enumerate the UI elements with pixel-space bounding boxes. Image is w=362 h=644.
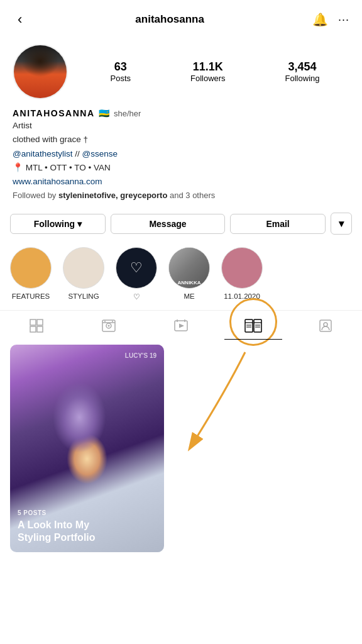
svg-point-6 — [107, 325, 109, 327]
bio-tagline: clothed with grace † — [13, 133, 349, 146]
highlight-label-me: ME — [184, 292, 194, 300]
highlight-features[interactable]: FEATURES — [10, 247, 52, 301]
highlight-circle-styling — [63, 247, 104, 289]
highlight-circle-date — [221, 247, 263, 289]
highlight-label-heart: ♡ — [133, 292, 140, 301]
tab-tagged[interactable] — [290, 311, 362, 340]
svg-rect-2 — [30, 326, 36, 332]
clips-icon — [173, 318, 189, 333]
email-button[interactable]: Email — [230, 214, 326, 234]
highlight-circle-heart: ♡ — [116, 247, 157, 289]
highlight-styling[interactable]: STYLING — [63, 247, 104, 301]
bio-mention1[interactable]: @anitathestylist — [13, 149, 73, 158]
highlight-circle-me: ANNIKKA — [168, 247, 210, 289]
posts-label: Posts — [110, 74, 131, 83]
bio-mention2[interactable]: @ssense — [82, 149, 118, 158]
me-photo-watermark: ANNIKKA — [178, 280, 201, 286]
highlight-label-date: 11.01.2020 — [224, 292, 260, 300]
tab-clips[interactable] — [145, 311, 217, 340]
tab-bar — [0, 310, 362, 340]
guide-card-overlay: 5 POSTS A Look Into MyStyling Portfolio — [10, 502, 164, 553]
grid-icon — [29, 318, 44, 333]
tab-grid[interactable] — [0, 311, 72, 340]
tabs-wrapper — [0, 310, 362, 340]
svg-rect-1 — [37, 319, 43, 325]
highlight-label-styling: STYLING — [68, 292, 99, 300]
back-button[interactable]: ‹ — [13, 9, 27, 30]
more-options-icon[interactable]: ··· — [338, 13, 349, 26]
guide-section: LUCY'S 19 5 POSTS A Look Into MyStyling … — [0, 340, 362, 552]
highlight-me[interactable]: ANNIKKA ME — [168, 247, 210, 301]
tab-reels[interactable] — [72, 311, 145, 340]
highlights-row: FEATURES STYLING ♡ ♡ ANNIKKA ME 11.01.20… — [0, 241, 362, 305]
bio-occupation: Artist — [13, 119, 349, 132]
svg-point-8 — [104, 321, 106, 322]
bio-section: ANITAHOSANNA 🇷🇼 she/her Artist clothed w… — [0, 106, 362, 206]
stats-row: 63 Posts 11.1K Followers 3,454 Following — [80, 60, 349, 83]
stat-followers[interactable]: 11.1K Followers — [190, 60, 226, 83]
highlight-label-features: FEATURES — [12, 292, 50, 300]
svg-rect-0 — [30, 319, 36, 325]
reels-icon — [101, 318, 116, 333]
header: ‹ anitahosanna 🔔 ··· — [0, 0, 362, 36]
bio-followed-users: styleninetofive, greyceporto — [58, 191, 167, 200]
followers-count: 11.1K — [193, 60, 223, 74]
stat-posts[interactable]: 63 Posts — [110, 60, 131, 83]
username-header: anitahosanna — [135, 13, 204, 26]
guide-card-posts-count: 5 POSTS — [18, 509, 156, 516]
guide-card[interactable]: LUCY'S 19 5 POSTS A Look Into MyStyling … — [10, 345, 164, 552]
bell-icon[interactable]: 🔔 — [312, 12, 328, 27]
following-label: Following — [285, 74, 320, 83]
svg-rect-12 — [254, 319, 261, 332]
bio-pronoun: she/her — [114, 109, 141, 118]
svg-point-20 — [324, 323, 327, 326]
bio-website[interactable]: www.anitahosanna.com — [13, 177, 102, 186]
avatar[interactable] — [13, 44, 68, 99]
following-button[interactable]: Following ▾ — [10, 214, 106, 234]
message-button[interactable]: Message — [111, 214, 225, 234]
highlight-date[interactable]: 11.01.2020 — [221, 247, 263, 301]
action-buttons: Following ▾ Message Email ▾ — [0, 206, 362, 241]
guide-card-watermark: LUCY'S 19 — [125, 352, 156, 359]
heart-icon: ♡ — [130, 260, 143, 276]
stat-following[interactable]: 3,454 Following — [285, 60, 320, 83]
header-actions: 🔔 ··· — [312, 12, 349, 27]
guide-card-title: A Look Into MyStyling Portfolio — [18, 519, 156, 545]
bio-location: 📍 MTL • OTT • TO • VAN — [13, 162, 349, 174]
profile-row: 63 Posts 11.1K Followers 3,454 Following — [0, 36, 362, 106]
guides-icon — [244, 318, 262, 333]
followers-label: Followers — [190, 74, 226, 83]
highlight-heart[interactable]: ♡ ♡ — [116, 247, 157, 301]
content-area: LUCY'S 19 5 POSTS A Look Into MyStyling … — [0, 340, 362, 552]
svg-rect-3 — [37, 326, 43, 332]
following-count: 3,454 — [288, 60, 317, 74]
posts-count: 63 — [114, 60, 127, 74]
flag-icon: 🇷🇼 — [99, 108, 111, 118]
svg-point-9 — [112, 321, 113, 322]
svg-rect-11 — [245, 319, 253, 332]
bio-mentions: @anitathestylist // @ssense — [13, 148, 349, 160]
bio-followed-by: Followed by styleninetofive, greyceporto… — [13, 191, 349, 200]
tagged-icon — [318, 318, 333, 333]
highlight-circle-features — [10, 247, 52, 289]
bio-name: ANITAHOSANNA 🇷🇼 she/her — [13, 108, 349, 118]
tab-guides[interactable] — [217, 311, 290, 340]
more-button[interactable]: ▾ — [331, 213, 352, 235]
